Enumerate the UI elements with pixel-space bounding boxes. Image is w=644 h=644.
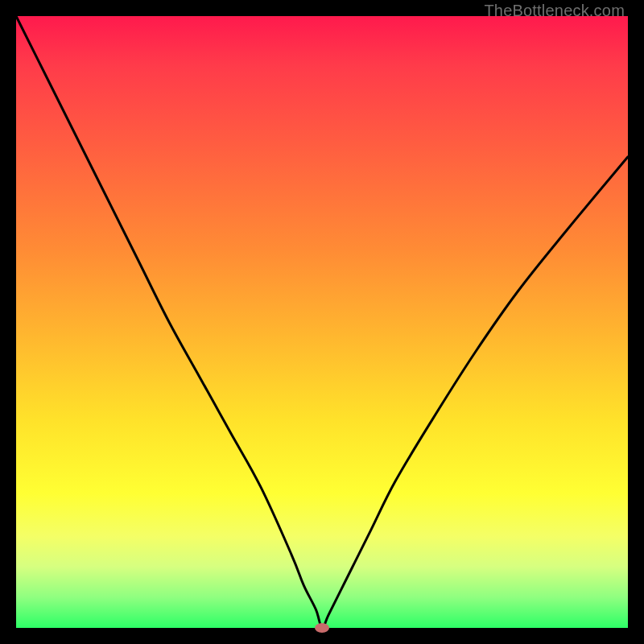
chart-frame: TheBottleneck.com bbox=[0, 0, 644, 644]
bottleneck-curve bbox=[16, 16, 628, 628]
minimum-marker bbox=[315, 623, 329, 633]
plot-area bbox=[16, 16, 628, 628]
